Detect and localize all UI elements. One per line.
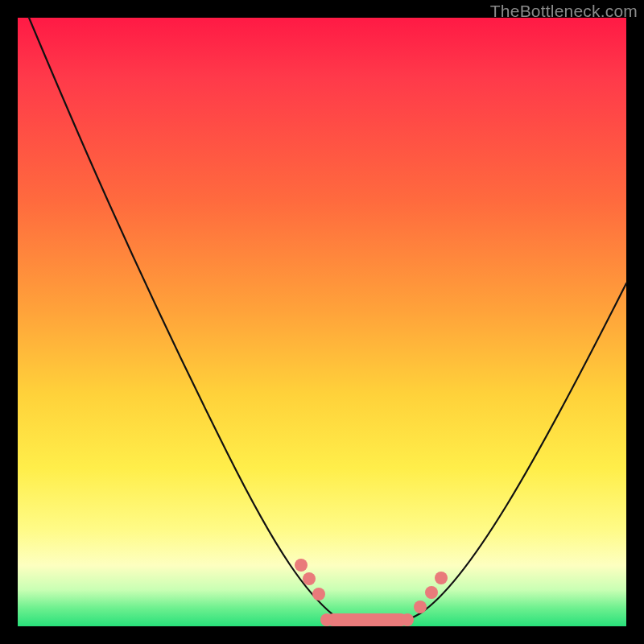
optimal-range-markers (295, 559, 448, 626)
bottleneck-curve-svg (18, 18, 626, 626)
svg-point-5 (401, 613, 414, 626)
svg-point-0 (295, 559, 308, 572)
svg-point-7 (425, 586, 438, 599)
svg-point-6 (414, 601, 427, 613)
svg-point-4 (320, 613, 333, 626)
svg-point-8 (435, 572, 448, 584)
svg-point-2 (312, 588, 325, 601)
svg-rect-3 (327, 613, 407, 626)
plot-area (18, 18, 626, 626)
bottleneck-curve (29, 18, 626, 625)
chart-frame: TheBottleneck.com (0, 0, 644, 644)
svg-point-1 (303, 572, 316, 585)
